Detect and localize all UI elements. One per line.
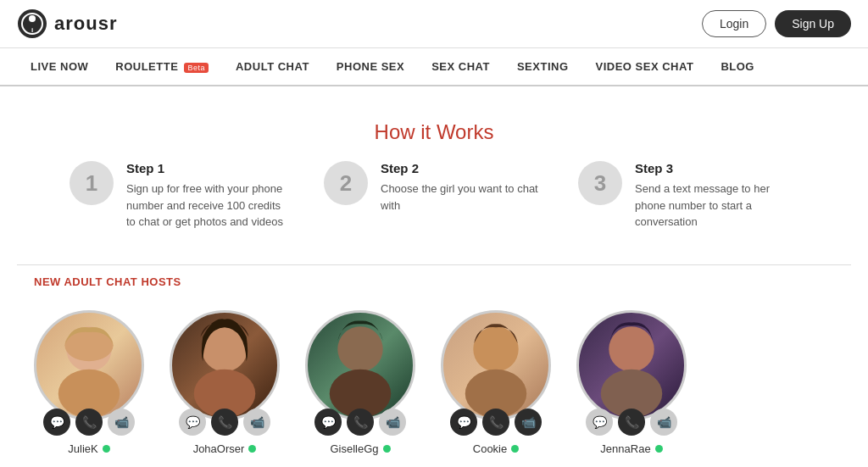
signup-button[interactable]: Sign Up	[775, 10, 851, 37]
step-2: 2 Step 2 Choose the girl you want to cha…	[324, 161, 544, 231]
host-1-chat-button[interactable]: 💬	[43, 409, 70, 436]
step-3-description: Send a text message to her phone number …	[635, 181, 798, 231]
step-1-title: Step 1	[126, 161, 290, 175]
step-1: 1 Step 1 Sign up for free with your phon…	[70, 161, 290, 231]
host-2-phone-button[interactable]: 📞	[211, 409, 238, 436]
host-2-name-row: JohaOrser	[193, 442, 257, 455]
how-it-works-section: How it Works 1 Step 1 Sign up for free w…	[17, 103, 851, 264]
host-1-name-row: JulieK	[68, 442, 109, 455]
host-4-name: Cookie	[473, 442, 507, 455]
host-5-name: JennaRae	[600, 442, 650, 455]
host-1-icons: 💬 📞 📹	[43, 409, 135, 436]
host-card-jennarae: 💬 📞 📹 JennaRae	[576, 310, 687, 455]
host-avatar-1[interactable]	[34, 310, 144, 420]
host-card-juliek: 💬 📞 📹 JulieK	[34, 310, 144, 455]
host-3-chat-button[interactable]: 💬	[314, 409, 342, 436]
main-content: How it Works 1 Step 1 Sign up for free w…	[0, 86, 868, 467]
hosts-grid: 💬 📞 📹 JulieK	[17, 302, 851, 468]
svg-text:i: i	[31, 26, 33, 34]
host-1-online-indicator	[103, 445, 110, 453]
host-avatar-5[interactable]	[576, 310, 687, 420]
host-1-phone-button[interactable]: 📞	[75, 409, 103, 436]
step-3-number: 3	[578, 161, 622, 205]
host-3-name: GiselleGg	[330, 442, 378, 455]
step-2-number: 2	[324, 161, 368, 205]
svg-point-13	[609, 326, 654, 371]
step-2-content: Step 2 Choose the girl you want to chat …	[381, 161, 544, 214]
nav-item-phone-sex[interactable]: PHONE SEX	[323, 48, 418, 85]
host-avatar-wrap-3	[305, 310, 415, 420]
host-card-cookie: 💬 📞 📹 Cookie	[441, 310, 551, 455]
step-2-description: Choose the girl you want to chat with	[381, 181, 544, 214]
steps-container: 1 Step 1 Sign up for free with your phon…	[51, 161, 817, 231]
host-4-name-row: Cookie	[473, 442, 519, 455]
header: i arousr Login Sign Up	[0, 0, 868, 48]
nav-item-roulette[interactable]: ROULETTE Beta	[102, 48, 222, 85]
roulette-badge: Beta	[184, 63, 209, 73]
step-3-title: Step 3	[635, 161, 798, 175]
svg-point-2	[29, 15, 36, 22]
step-1-description: Sign up for free with your phone number …	[126, 181, 290, 231]
host-card-johaorser: 💬 📞 📹 JohaOrser	[170, 310, 280, 455]
hosts-section-title: NEW ADULT CHAT HOSTS	[34, 275, 181, 288]
host-5-video-button[interactable]: 📹	[650, 409, 677, 436]
host-avatar-wrap-1	[34, 310, 144, 420]
host-3-online-indicator	[383, 445, 391, 453]
host-4-video-button[interactable]: 📹	[515, 409, 542, 436]
host-5-icons: 💬 📞 📹	[586, 409, 677, 436]
host-avatar-wrap-5	[576, 310, 687, 420]
host-avatar-2[interactable]	[170, 310, 280, 420]
logo-icon: i	[17, 8, 47, 39]
step-2-title: Step 2	[381, 161, 544, 175]
host-avatar-wrap-2	[170, 310, 280, 420]
host-avatar-wrap-4	[441, 310, 551, 420]
host-5-phone-button[interactable]: 📞	[618, 409, 645, 436]
nav-item-sex-chat[interactable]: SEX CHAT	[418, 48, 504, 85]
login-button[interactable]: Login	[702, 10, 766, 37]
host-3-phone-button[interactable]: 📞	[347, 409, 374, 436]
nav-item-blog[interactable]: BLOG	[707, 48, 768, 85]
nav-item-video-sex-chat[interactable]: VIDEO SEX CHAT	[582, 48, 708, 85]
nav-item-adult-chat[interactable]: ADULT CHAT	[222, 48, 323, 85]
svg-point-9	[337, 326, 382, 371]
logo-text: arousr	[54, 13, 117, 35]
host-5-online-indicator	[655, 445, 663, 453]
host-2-chat-button[interactable]: 💬	[179, 409, 206, 436]
host-2-icons: 💬 📞 📹	[179, 409, 270, 436]
host-3-name-row: GiselleGg	[330, 442, 390, 455]
nav: LIVE NOW ROULETTE Beta ADULT CHAT PHONE …	[0, 48, 868, 86]
nav-item-sexting[interactable]: SEXTING	[504, 48, 582, 85]
host-4-phone-button[interactable]: 📞	[482, 409, 509, 436]
host-1-name: JulieK	[68, 442, 97, 455]
host-1-video-button[interactable]: 📹	[108, 409, 135, 436]
header-buttons: Login Sign Up	[702, 10, 851, 37]
step-3: 3 Step 3 Send a text message to her phon…	[578, 161, 798, 231]
host-4-online-indicator	[511, 445, 519, 453]
step-1-content: Step 1 Sign up for free with your phone …	[126, 161, 290, 231]
how-it-works-title: How it Works	[51, 120, 817, 144]
host-3-icons: 💬 📞 📹	[314, 409, 406, 436]
host-5-chat-button[interactable]: 💬	[586, 409, 613, 436]
hosts-section-header: NEW ADULT CHAT HOSTS	[17, 264, 851, 302]
host-4-chat-button[interactable]: 💬	[450, 409, 477, 436]
host-avatar-3[interactable]	[305, 310, 415, 420]
host-5-name-row: JennaRae	[600, 442, 662, 455]
logo-area: i arousr	[17, 8, 117, 39]
host-4-icons: 💬 📞 📹	[450, 409, 542, 436]
step-1-number: 1	[70, 161, 114, 205]
host-2-name: JohaOrser	[193, 442, 245, 455]
host-2-video-button[interactable]: 📹	[243, 409, 270, 436]
host-2-online-indicator	[248, 445, 256, 453]
host-3-video-button[interactable]: 📹	[379, 409, 406, 436]
host-card-gisellegg: 💬 📞 📹 GiselleGg	[305, 310, 415, 455]
svg-point-11	[473, 326, 518, 371]
nav-item-live-now[interactable]: LIVE NOW	[17, 48, 102, 85]
step-3-content: Step 3 Send a text message to her phone …	[635, 161, 798, 231]
host-avatar-4[interactable]	[441, 310, 551, 420]
